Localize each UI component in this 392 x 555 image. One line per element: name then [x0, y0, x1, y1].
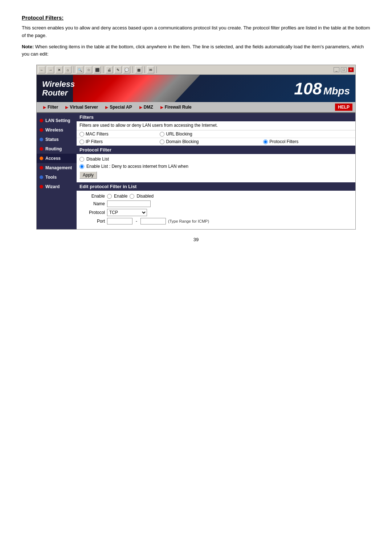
protocol-filter-radio[interactable]	[263, 139, 268, 144]
edit-protocol-title: Edit protocol Filter in List	[79, 184, 136, 189]
filter-cell-url: URL Blocking	[157, 130, 260, 138]
search-button[interactable]: 🔍	[76, 66, 83, 73]
toolbar-separator4	[144, 66, 145, 73]
router-sidebar: LAN Setting Wireless Status Routing	[37, 113, 77, 229]
protocol-filter-body: Disable List Enable List : Deny to acces…	[77, 154, 355, 182]
enable-list-radio[interactable]	[79, 164, 84, 169]
router-content: Filters Filters are used to allow or den…	[77, 113, 355, 229]
sidebar-item-status[interactable]: Status	[37, 135, 77, 144]
note-text: When selecting items in the table at the…	[22, 44, 364, 57]
toolbar-separator2	[103, 66, 103, 73]
edit-protocol-body: Enable Enable Disabled Name	[77, 191, 355, 229]
icmp-note: (Type Range for ICMP)	[168, 219, 209, 223]
page-number: 39	[22, 230, 370, 250]
sidebar-item-routing[interactable]: Routing	[37, 144, 77, 154]
router-ui: Wireless Router 108 Mbps ▶ Filter ▶ Virt…	[37, 75, 355, 229]
window-controls: _ □ ✕	[334, 67, 354, 72]
sidebar-item-management[interactable]: Management	[37, 163, 77, 173]
protocol-row: Protocol TCP UDP ICMP Both TCP&UDP	[79, 209, 352, 216]
filter-row-2: IP Filters Domain Blocking	[77, 138, 355, 146]
router-nav: ▶ Filter ▶ Virtual Server ▶ Special AP ▶…	[37, 102, 355, 113]
domain-blocking-radio-group: Domain Blocking	[160, 139, 257, 144]
enable-list-label: Enable List : Deny to access internet fr…	[86, 164, 188, 169]
protocol-select[interactable]: TCP UDP ICMP Both TCP&UDP	[107, 209, 147, 216]
mail-button[interactable]: ✉	[147, 66, 154, 73]
sidebar-item-wizard[interactable]: Wizard	[37, 182, 77, 191]
nav-virtual-server[interactable]: ▶ Virtual Server	[62, 104, 102, 111]
protocol-field-label: Protocol	[79, 210, 105, 215]
sidebar-item-tools[interactable]: Tools	[37, 173, 77, 182]
sidebar-item-lan-setting[interactable]: LAN Setting	[37, 116, 77, 125]
sidebar-wireless-label: Wireless	[45, 127, 63, 133]
url-blocking-label: URL Blocking	[166, 131, 192, 137]
nav-vs-label: Virtual Server	[70, 105, 98, 110]
sidebar-routing-label: Routing	[45, 146, 62, 151]
help-label: HELP	[338, 105, 350, 110]
back-button[interactable]: ←	[38, 66, 45, 73]
nav-dmz-label: DMZ	[144, 105, 153, 110]
nav-filter-arrow: ▶	[43, 105, 46, 109]
minimize-button[interactable]: _	[334, 67, 339, 72]
protocol-filter-header: Protocol Filter	[77, 146, 355, 154]
header-graphic	[73, 75, 200, 102]
url-blocking-radio[interactable]	[160, 132, 164, 137]
lan-setting-dot	[40, 119, 43, 122]
ip-filter-radio[interactable]	[79, 139, 84, 144]
routing-dot	[40, 147, 43, 151]
sidebar-item-access[interactable]: Access	[37, 154, 77, 163]
filter-cell-mac: MAC Filters	[77, 130, 157, 138]
router-main: LAN Setting Wireless Status Routing	[37, 113, 355, 229]
nav-filter[interactable]: ▶ Filter	[40, 104, 62, 111]
logo-line1: Wireless	[42, 80, 75, 89]
nav-sap-arrow: ▶	[105, 105, 108, 109]
router-header: Wireless Router 108 Mbps	[37, 75, 355, 102]
print-button[interactable]: 🖨	[106, 66, 113, 73]
filter-cell-empty1	[260, 130, 355, 138]
sidebar-item-wireless[interactable]: Wireless	[37, 125, 77, 135]
filters-desc: Filters are used to allow or deny LAN us…	[77, 121, 355, 130]
nav-dmz-arrow: ▶	[139, 105, 142, 109]
media-button[interactable]: ⬛	[94, 66, 101, 73]
logo-line2: Router	[42, 89, 75, 97]
enable-radio[interactable]	[107, 194, 112, 199]
nav-dmz[interactable]: ▶ DMZ	[136, 104, 157, 111]
enable-field-label: Enable	[79, 194, 105, 199]
disable-list-radio[interactable]	[79, 157, 84, 162]
apply-button[interactable]: Apply	[79, 171, 97, 179]
domain-blocking-radio[interactable]	[160, 139, 164, 144]
filters-section-header: Filters	[77, 113, 355, 121]
nav-firewall-rule[interactable]: ▶ Firewall Rule	[157, 104, 195, 111]
enable-list-row: Enable List : Deny to access internet fr…	[79, 163, 352, 170]
nav-sap-label: Special AP	[110, 105, 132, 110]
close-button[interactable]: ✕	[348, 67, 354, 72]
name-input[interactable]	[107, 200, 151, 207]
protocol-filter-title: Protocol Filter	[79, 147, 111, 153]
mac-filter-radio[interactable]	[79, 132, 84, 137]
wizard-dot	[40, 185, 43, 189]
discuss-button[interactable]: 💬	[123, 66, 130, 73]
browser-window: ← → ✕ ⌂ 🔍 ☆ ⬛ 🖨 ✎ 💬 ▦ ✉ _ □ ✕	[36, 65, 356, 230]
domain-blocking-label: Domain Blocking	[166, 139, 199, 144]
edit-button[interactable]: ✎	[114, 66, 122, 73]
maximize-button[interactable]: □	[341, 67, 347, 72]
protocol-filter-label: Protocol Filters	[269, 139, 298, 144]
sidebar-status-label: Status	[45, 137, 59, 142]
toolbar-separator3	[132, 66, 133, 73]
stop-button[interactable]: ✕	[56, 66, 63, 73]
home-button[interactable]: ⌂	[64, 66, 72, 73]
help-button[interactable]: HELP	[335, 104, 352, 111]
mac-filter-label: MAC Filters	[86, 131, 109, 137]
sidebar-lan-label: LAN Setting	[45, 118, 70, 123]
port-end-input[interactable]	[140, 218, 166, 224]
nav-fr-arrow: ▶	[160, 105, 163, 109]
nav-special-ap[interactable]: ▶ Special AP	[102, 104, 136, 111]
forward-button[interactable]: →	[47, 66, 54, 73]
port-start-input[interactable]	[107, 218, 132, 224]
access-dot	[40, 157, 43, 160]
apply-label: Apply	[83, 173, 94, 178]
port-row: Port - (Type Range for ICMP)	[79, 218, 352, 224]
fav-button[interactable]: ☆	[85, 66, 92, 73]
disable-list-row: Disable List	[79, 155, 352, 163]
disabled-radio[interactable]	[130, 194, 134, 199]
grid-button[interactable]: ▦	[135, 66, 142, 73]
